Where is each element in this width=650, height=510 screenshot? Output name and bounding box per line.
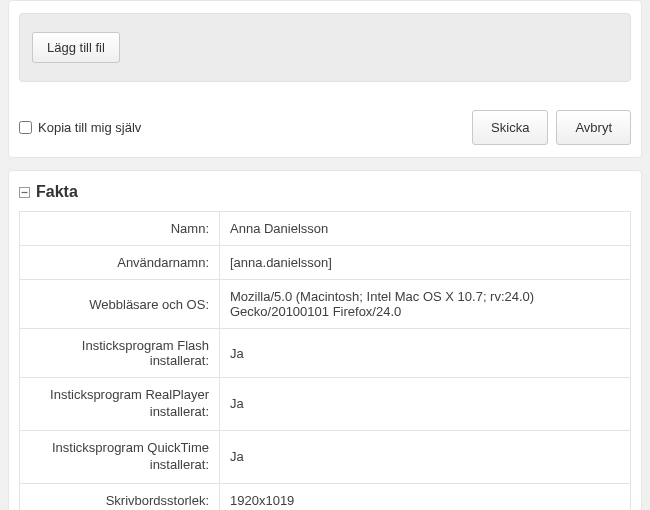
fact-value: [anna.danielsson] bbox=[220, 246, 631, 280]
facts-table: Namn: Anna Danielsson Användarnamn: [ann… bbox=[19, 211, 631, 510]
fact-value: 1920x1019 bbox=[220, 483, 631, 510]
fact-value: Ja bbox=[220, 430, 631, 483]
file-upload-area: Lägg till fil bbox=[19, 13, 631, 82]
fact-value: Mozilla/5.0 (Macintosh; Intel Mac OS X 1… bbox=[220, 280, 631, 329]
table-row: Webbläsare och OS: Mozilla/5.0 (Macintos… bbox=[20, 280, 631, 329]
add-file-button[interactable]: Lägg till fil bbox=[32, 32, 120, 63]
copy-to-self-checkbox[interactable] bbox=[19, 121, 32, 134]
collapse-icon bbox=[19, 187, 30, 198]
send-button[interactable]: Skicka bbox=[472, 110, 548, 145]
submit-buttons: Skicka Avbryt bbox=[472, 110, 631, 145]
fact-value: Ja bbox=[220, 329, 631, 378]
table-row: Användarnamn: [anna.danielsson] bbox=[20, 246, 631, 280]
fact-label: Namn: bbox=[20, 212, 220, 246]
facts-title: Fakta bbox=[36, 183, 78, 201]
table-row: Insticksprogram RealPlayer installerat: … bbox=[20, 378, 631, 431]
copy-to-self-label: Kopia till mig själv bbox=[38, 120, 141, 135]
actions-row: Kopia till mig själv Skicka Avbryt bbox=[19, 110, 631, 145]
table-row: Skrivbordsstorlek: 1920x1019 bbox=[20, 483, 631, 510]
compose-panel: Lägg till fil Kopia till mig själv Skick… bbox=[8, 0, 642, 158]
fact-label: Användarnamn: bbox=[20, 246, 220, 280]
cancel-button[interactable]: Avbryt bbox=[556, 110, 631, 145]
fact-value: Anna Danielsson bbox=[220, 212, 631, 246]
table-row: Namn: Anna Danielsson bbox=[20, 212, 631, 246]
fact-label: Webbläsare och OS: bbox=[20, 280, 220, 329]
facts-panel: Fakta Namn: Anna Danielsson Användarnamn… bbox=[8, 170, 642, 510]
fact-label: Insticksprogram Flash installerat: bbox=[20, 329, 220, 378]
fact-label: Insticksprogram QuickTime installerat: bbox=[20, 430, 220, 483]
fact-label: Skrivbordsstorlek: bbox=[20, 483, 220, 510]
fact-value: Ja bbox=[220, 378, 631, 431]
table-row: Insticksprogram Flash installerat: Ja bbox=[20, 329, 631, 378]
facts-tbody: Namn: Anna Danielsson Användarnamn: [ann… bbox=[20, 212, 631, 511]
table-row: Insticksprogram QuickTime installerat: J… bbox=[20, 430, 631, 483]
copy-to-self-checkbox-wrap[interactable]: Kopia till mig själv bbox=[19, 120, 141, 135]
facts-header[interactable]: Fakta bbox=[19, 183, 631, 201]
fact-label: Insticksprogram RealPlayer installerat: bbox=[20, 378, 220, 431]
